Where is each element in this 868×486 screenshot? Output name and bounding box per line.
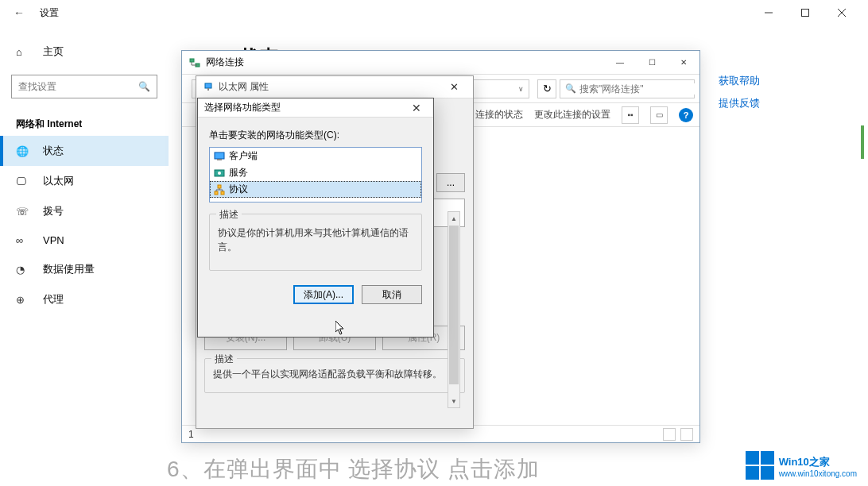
nav-status-label: 状态 [43, 144, 64, 158]
view-button-1[interactable]: ▪▪ [622, 106, 639, 124]
sel-desc-legend: 描述 [216, 208, 242, 222]
explorer-titlebar: 网络连接 — ☐ ✕ [182, 51, 699, 75]
search-input[interactable] [18, 81, 138, 92]
nav-status[interactable]: 🌐 状态 [0, 136, 169, 166]
service-item[interactable]: 服务 [210, 164, 421, 181]
brand-sub: 之家 [809, 456, 830, 468]
sel-body: 单击要安装的网络功能类型(C): 客户端 服务 协议 [198, 118, 433, 315]
caption-text: 6、在弹出界面中 选择协议 点击添加 [167, 454, 540, 484]
eth-scrollbar[interactable]: ▲ ▼ [448, 211, 460, 408]
service-label: 服务 [229, 166, 248, 179]
sel-title: 选择网络功能类型 [204, 101, 281, 114]
network-icon [188, 56, 201, 69]
view-button-2[interactable]: ▭ [650, 106, 668, 124]
nav-vpn[interactable]: ∞ VPN [0, 226, 169, 254]
feedback-link[interactable]: 提供反馈 [719, 96, 760, 110]
maximize-button[interactable] [787, 0, 823, 25]
scroll-down-arrow[interactable]: ▼ [448, 395, 459, 407]
settings-title: 设置 [40, 6, 59, 20]
home-nav[interactable]: ⌂ 主页 [0, 38, 169, 65]
nav-ethernet[interactable]: 🖵 以太网 [0, 166, 169, 196]
chevron-down-icon[interactable]: ∨ [518, 85, 524, 93]
svg-rect-11 [217, 159, 222, 160]
conn-status-cmd[interactable]: 连接的状态 [475, 108, 523, 122]
select-feature-dialog: 选择网络功能类型 ✕ 单击要安装的网络功能类型(C): 客户端 服务 [197, 98, 434, 338]
add-button[interactable]: 添加(A)... [293, 285, 354, 304]
cancel-button[interactable]: 取消 [362, 285, 422, 304]
sel-dialog-buttons: 添加(A)... 取消 [209, 285, 422, 304]
eth-title: 以太网 属性 [219, 80, 269, 94]
view-mode-icons [663, 428, 693, 441]
nav-dialup-label: 拨号 [43, 204, 64, 218]
sel-close-button[interactable]: ✕ [406, 102, 427, 114]
explorer-search-input[interactable] [579, 83, 699, 94]
sel-instruction: 单击要安装的网络功能类型(C): [209, 129, 422, 142]
search-box[interactable]: 🔍 [11, 75, 157, 98]
datausage-icon: ◔ [16, 264, 29, 276]
eth-titlebar: 以太网 属性 ✕ [196, 76, 473, 98]
tutorial-caption: 6、在弹出界面中 选择协议 点击添加 [0, 453, 868, 486]
home-label: 主页 [43, 44, 64, 59]
protocol-icon [213, 183, 226, 196]
nav-dialup[interactable]: ☏ 拨号 [0, 196, 169, 226]
scroll-up-arrow[interactable]: ▲ [448, 212, 459, 225]
explorer-search[interactable]: 🔍 [560, 79, 695, 98]
protocol-label: 协议 [229, 183, 248, 196]
scroll-thumb[interactable] [449, 226, 459, 384]
get-help-link[interactable]: 获取帮助 [719, 74, 760, 88]
explorer-minimize[interactable]: — [604, 52, 636, 74]
eth-desc-text: 提供一个平台以实现网络适配器负载平衡和故障转移。 [213, 367, 456, 381]
window-controls [750, 0, 860, 25]
home-icon: ⌂ [16, 46, 29, 58]
refresh-button[interactable]: ↻ [537, 79, 556, 98]
settings-sidebar: ⌂ 主页 🔍 网络和 Internet 🌐 状态 🖵 以太网 ☏ 拨号 [0, 25, 169, 476]
item-count: 1 [188, 429, 194, 440]
section-header: 网络和 Internet [0, 108, 169, 136]
scroll-indicator [861, 125, 864, 159]
explorer-window-controls: — ☐ ✕ [604, 52, 699, 74]
client-item[interactable]: 客户端 [210, 148, 421, 164]
nav-proxy[interactable]: ⊕ 代理 [0, 284, 169, 314]
client-label: 客户端 [229, 149, 258, 163]
eth-close-button[interactable]: ✕ [441, 81, 467, 93]
minimize-button[interactable] [750, 0, 787, 25]
sel-description-group: 描述 协议是你的计算机用来与其他计算机通信的语言。 [209, 214, 422, 271]
svg-rect-1 [802, 10, 809, 17]
dialup-icon: ☏ [16, 206, 29, 218]
close-button[interactable] [823, 0, 860, 25]
brand-url: www.win10xitong.com [779, 469, 857, 478]
nav-vpn-label: VPN [43, 234, 64, 246]
svg-rect-15 [215, 191, 218, 195]
svg-rect-16 [221, 191, 224, 195]
back-button[interactable]: ← [8, 6, 30, 19]
brand-main: Win10 [779, 456, 809, 468]
ethernet-dialog-icon [203, 82, 214, 93]
nav-ethernet-label: 以太网 [43, 174, 74, 188]
eth-desc-legend: 描述 [211, 353, 237, 366]
help-button[interactable]: ? [679, 108, 693, 122]
nav-datausage[interactable]: ◔ 数据使用量 [0, 254, 169, 284]
windows-logo-icon [746, 451, 774, 480]
svg-rect-4 [190, 59, 194, 62]
client-icon [213, 150, 226, 163]
svg-rect-9 [207, 88, 209, 91]
help-links: 获取帮助 提供反馈 [719, 74, 760, 118]
svg-rect-14 [218, 185, 221, 188]
vpn-icon: ∞ [16, 234, 29, 246]
ethernet-icon: 🖵 [16, 176, 29, 187]
explorer-maximize[interactable]: ☐ [636, 52, 668, 74]
svg-rect-10 [215, 152, 224, 159]
settings-titlebar: ← 设置 [0, 0, 860, 25]
status-icon: 🌐 [16, 145, 29, 157]
watermark-text: Win10之家 www.win10xitong.com [779, 453, 857, 478]
feature-type-list[interactable]: 客户端 服务 协议 [209, 147, 422, 202]
view-details-icon[interactable] [663, 428, 676, 441]
view-large-icon[interactable] [680, 428, 693, 441]
sel-titlebar: 选择网络功能类型 ✕ [198, 98, 433, 118]
service-icon [213, 167, 226, 179]
explorer-close[interactable]: ✕ [668, 52, 699, 74]
eth-description-group: 描述 提供一个平台以实现网络适配器负载平衡和故障转移。 [204, 358, 465, 393]
protocol-item[interactable]: 协议 [210, 181, 421, 198]
change-settings-cmd[interactable]: 更改此连接的设置 [534, 108, 610, 122]
eth-config-button[interactable]: ... [436, 173, 465, 192]
